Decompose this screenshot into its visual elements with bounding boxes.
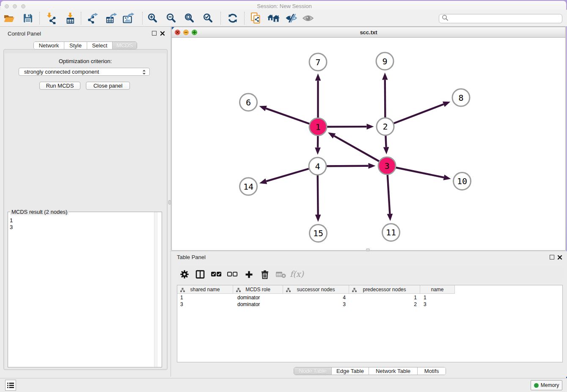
mcds-result-scrollbar[interactable] bbox=[154, 212, 158, 367]
graph-node-11[interactable]: 11 bbox=[383, 224, 400, 241]
save-session-icon[interactable] bbox=[21, 10, 35, 27]
tab-style[interactable]: Style bbox=[64, 42, 87, 49]
network-window-title: scc.txt bbox=[172, 29, 565, 36]
graph-node-label: 9 bbox=[382, 56, 387, 66]
deselect-all-icon[interactable] bbox=[225, 266, 240, 282]
table-row[interactable]: 3dominator323 bbox=[177, 301, 455, 308]
toolbar-separator bbox=[244, 12, 245, 25]
table-cell[interactable]: 2 bbox=[349, 301, 420, 308]
control-panel-tabs: NetworkStyleSelectMCDS bbox=[33, 41, 137, 50]
tab-network-table[interactable]: Network Table bbox=[369, 367, 418, 375]
export-image-icon[interactable] bbox=[121, 10, 135, 27]
delete-column-icon[interactable] bbox=[257, 266, 272, 282]
optimization-value: strongly connected component bbox=[24, 69, 99, 75]
close-panel-icon[interactable] bbox=[160, 30, 165, 36]
zoom-in-icon[interactable] bbox=[146, 10, 160, 27]
tab-select[interactable]: Select bbox=[87, 42, 113, 49]
refresh-icon[interactable] bbox=[226, 10, 239, 27]
table-panel: Table Panel f(x) bbox=[171, 251, 567, 377]
graph-node-6[interactable]: 6 bbox=[240, 94, 257, 111]
network-canvas[interactable]: 1 2 3 4 6 7 8 9 10 11 14 15 bbox=[172, 38, 566, 251]
graph-node-2[interactable]: 2 bbox=[377, 118, 394, 135]
share-document-icon[interactable] bbox=[249, 10, 262, 27]
tab-edge-table[interactable]: Edge Table bbox=[332, 367, 369, 375]
graph-node-8[interactable]: 8 bbox=[452, 89, 470, 106]
show-eye-icon[interactable] bbox=[301, 10, 315, 27]
graph-node-4[interactable]: 4 bbox=[309, 157, 326, 175]
delete-table-icon bbox=[273, 266, 289, 282]
column-header-label: predecessor nodes bbox=[363, 287, 406, 293]
graph-node-9[interactable]: 9 bbox=[376, 52, 394, 70]
close-table-panel-icon[interactable] bbox=[557, 254, 563, 260]
optimization-label: Optimization criterion: bbox=[0, 58, 171, 64]
search-icon bbox=[442, 14, 449, 23]
float-table-panel-icon[interactable] bbox=[550, 255, 554, 259]
column-header-predecessor-nodes[interactable]: predecessor nodes bbox=[349, 285, 420, 293]
table-cell[interactable]: 3 bbox=[420, 301, 455, 308]
close-panel-button[interactable]: Close panel bbox=[86, 82, 130, 90]
table-cell[interactable]: 3 bbox=[283, 301, 349, 308]
export-table-icon[interactable] bbox=[105, 10, 118, 27]
graph-node-7[interactable]: 7 bbox=[309, 53, 327, 71]
vertical-splitter-handle[interactable] bbox=[168, 200, 171, 204]
node-table: shared name MCDS role successor nodes pr… bbox=[177, 285, 563, 362]
status-bar: Memory bbox=[0, 378, 567, 392]
column-header-successor-nodes[interactable]: successor nodes bbox=[283, 285, 349, 293]
graph-node-14[interactable]: 14 bbox=[240, 178, 257, 195]
window-titlebar: Session: New Session bbox=[1, 1, 566, 10]
run-mcds-button[interactable]: Run MCDS bbox=[39, 82, 80, 90]
network-column-icon bbox=[286, 287, 291, 293]
column-selector-icon[interactable] bbox=[193, 266, 208, 282]
graph-node-label: 3 bbox=[384, 161, 389, 171]
import-table-icon[interactable] bbox=[63, 10, 77, 27]
tab-node-table[interactable]: Node Table bbox=[294, 367, 332, 375]
column-header-MCDS-role[interactable]: MCDS role bbox=[233, 285, 283, 293]
tab-motifs[interactable]: Motifs bbox=[418, 367, 446, 375]
network-column-icon bbox=[236, 287, 241, 293]
column-header-shared-name[interactable]: shared name bbox=[177, 285, 233, 293]
memory-label: Memory bbox=[541, 382, 559, 388]
network-window-titlebar[interactable]: scc.txt bbox=[172, 27, 565, 38]
graph-edge-2-8[interactable] bbox=[385, 104, 444, 127]
optimization-select[interactable]: strongly connected component bbox=[19, 68, 150, 76]
graph-edge-arrow bbox=[315, 215, 321, 222]
mcds-result-list[interactable]: 13 bbox=[8, 213, 154, 367]
task-history-button[interactable] bbox=[5, 380, 16, 391]
graph-node-15[interactable]: 15 bbox=[310, 225, 327, 242]
column-header-label: name bbox=[431, 287, 443, 293]
graph-node-1[interactable]: 1 bbox=[309, 118, 327, 135]
tab-mcds[interactable]: MCDS bbox=[113, 42, 137, 49]
graph-node-label: 7 bbox=[315, 57, 320, 67]
graph-edge-arrow bbox=[328, 133, 336, 138]
select-all-icon[interactable] bbox=[209, 266, 224, 282]
settings-gear-icon[interactable] bbox=[177, 266, 192, 282]
float-panel-icon[interactable] bbox=[152, 31, 157, 36]
graph-node-10[interactable]: 10 bbox=[454, 173, 471, 190]
table-cell[interactable]: 4 bbox=[283, 294, 349, 301]
graph-node-3[interactable]: 3 bbox=[378, 157, 396, 174]
network-view-window: scc.txt 1 2 3 4 6 7 8 9 10 11 14 15 bbox=[171, 27, 566, 251]
table-cell[interactable]: 1 bbox=[349, 294, 420, 301]
graph-edge-arrow bbox=[259, 106, 267, 111]
hide-panel-icon[interactable] bbox=[284, 10, 298, 27]
column-header-name[interactable]: name bbox=[420, 285, 455, 293]
zoom-out-icon[interactable] bbox=[165, 10, 178, 27]
home-networks-icon[interactable] bbox=[267, 10, 280, 27]
search-input[interactable] bbox=[439, 14, 562, 23]
graph-edge-arrow bbox=[443, 102, 450, 107]
add-column-icon[interactable] bbox=[241, 266, 256, 282]
svg-text:f(x): f(x) bbox=[290, 270, 304, 279]
tab-network[interactable]: Network bbox=[34, 42, 64, 49]
table-cell[interactable]: 1 bbox=[177, 294, 233, 301]
table-cell[interactable]: dominator bbox=[233, 294, 283, 301]
table-cell[interactable]: 1 bbox=[420, 294, 455, 301]
zoom-fit-icon[interactable] bbox=[183, 10, 196, 27]
memory-button[interactable]: Memory bbox=[531, 380, 562, 390]
zoom-selected-icon[interactable] bbox=[201, 10, 215, 27]
table-cell[interactable]: 3 bbox=[177, 301, 233, 308]
open-file-icon[interactable] bbox=[3, 10, 16, 27]
import-network-icon[interactable] bbox=[44, 10, 58, 27]
export-network-icon[interactable] bbox=[86, 10, 100, 27]
table-row[interactable]: 1dominator411 bbox=[177, 294, 455, 301]
table-cell[interactable]: dominator bbox=[233, 301, 283, 308]
